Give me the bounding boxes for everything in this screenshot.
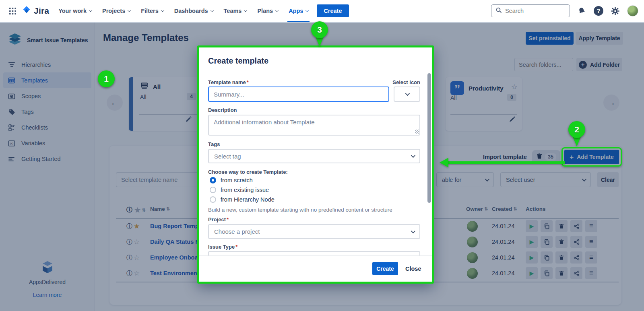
app-switcher-icon[interactable] xyxy=(6,4,19,18)
star-icon[interactable]: ☆ xyxy=(134,238,140,246)
edit-folder-pencil-icon[interactable] xyxy=(185,116,192,124)
copy-template-button[interactable] xyxy=(541,251,553,264)
trash-count-badge: 35 xyxy=(545,153,556,161)
nav-dashboards[interactable]: Dashboards xyxy=(169,0,219,22)
nav-filters[interactable]: Filters xyxy=(136,0,169,22)
share-template-button[interactable] xyxy=(570,251,582,264)
learn-more-link[interactable]: Learn more xyxy=(33,292,62,298)
nav-projects[interactable]: Projects xyxy=(97,0,136,22)
jira-logo[interactable]: Jira xyxy=(19,5,53,16)
info-icon[interactable]: ⓘ xyxy=(126,254,132,262)
radio-from-existing-issue[interactable]: from existing issue xyxy=(210,187,269,193)
template-name-link[interactable]: Employee Onboard xyxy=(150,254,204,261)
template-name-link[interactable]: Test Environment F xyxy=(150,270,204,276)
menu-icon: ≡ xyxy=(589,269,593,277)
run-template-button[interactable]: ▶ xyxy=(526,251,538,264)
sidebar-item-templates[interactable]: Templates xyxy=(3,72,91,88)
star-icon[interactable]: ★ xyxy=(134,222,140,231)
info-icon[interactable]: ⓘ xyxy=(126,270,132,277)
notifications-bell-icon[interactable] xyxy=(578,7,586,15)
sidebar: Smart Issue Templates Hierarchies Templa… xyxy=(0,23,95,311)
search-folders-field[interactable] xyxy=(514,58,573,71)
help-icon[interactable]: ? xyxy=(594,6,603,16)
run-template-button[interactable]: ▶ xyxy=(526,267,538,279)
copy-template-button[interactable] xyxy=(541,267,553,279)
apply-template-button[interactable]: Apply Template xyxy=(576,32,623,45)
favorite-star-icon[interactable]: ☆ xyxy=(511,82,518,91)
run-template-button[interactable]: ▶ xyxy=(526,236,538,248)
info-icon[interactable]: ⓘ xyxy=(126,238,132,246)
nav-apps[interactable]: Apps xyxy=(283,0,314,22)
search-folders-input[interactable] xyxy=(519,62,569,68)
nav-teams[interactable]: Teams xyxy=(219,0,252,22)
template-name-input[interactable] xyxy=(208,87,389,102)
footer-brand: AppsDelivered xyxy=(29,279,66,285)
carousel-left-arrow[interactable]: ← xyxy=(107,95,123,111)
share-template-button[interactable] xyxy=(570,267,582,279)
radio-from-hierarchy-node[interactable]: from Hierarchy Node xyxy=(210,196,275,203)
sidebar-item-variables[interactable]: (x) Variables xyxy=(3,135,91,151)
tags-dropdown[interactable]: Select tag xyxy=(208,149,420,163)
issue-type-label: Issue Type* xyxy=(208,244,237,250)
play-icon: ▶ xyxy=(530,270,534,276)
play-icon: ▶ xyxy=(530,239,534,245)
available-for-filter[interactable]: able for xyxy=(436,172,494,187)
more-menu-button[interactable]: ≡ xyxy=(585,236,597,248)
settings-gear-icon[interactable] xyxy=(611,7,619,15)
column-owner[interactable]: Owner⇅ xyxy=(466,206,487,212)
delete-template-button[interactable] xyxy=(555,220,568,232)
global-search[interactable] xyxy=(491,4,570,17)
radio-from-scratch[interactable]: from scratch xyxy=(210,177,253,183)
column-starred[interactable]: ★⇅ xyxy=(134,206,145,214)
column-name[interactable]: Name⇅ xyxy=(150,206,169,212)
more-menu-button[interactable]: ≡ xyxy=(585,267,597,279)
copy-template-button[interactable] xyxy=(541,236,553,248)
chevron-down-icon xyxy=(405,91,410,96)
copy-template-button[interactable] xyxy=(541,220,553,232)
created-date: 24.01.24 xyxy=(492,270,514,276)
modal-close-button[interactable]: Close xyxy=(405,262,421,275)
search-input[interactable] xyxy=(505,8,561,14)
clear-filters-button[interactable]: Clear xyxy=(597,172,619,187)
add-folder-button[interactable]: + Add Folder xyxy=(576,58,622,71)
delete-template-button[interactable] xyxy=(555,267,568,279)
carousel-right-arrow[interactable]: → xyxy=(603,95,619,111)
select-user-filter[interactable]: Select user xyxy=(500,172,591,187)
info-icon[interactable]: ⓘ xyxy=(126,222,132,230)
sidebar-item-hierarchies[interactable]: Hierarchies xyxy=(3,57,91,72)
delete-template-button[interactable] xyxy=(555,236,568,248)
chevron-down-icon xyxy=(89,8,92,12)
star-icon[interactable]: ☆ xyxy=(134,269,140,278)
set-preinstalled-button[interactable]: Set preinstalled xyxy=(526,32,574,45)
template-name-link[interactable]: Daily QA Status Re xyxy=(150,239,203,245)
import-template-link[interactable]: Import template xyxy=(483,154,527,160)
modal-create-button[interactable]: Create xyxy=(372,262,398,275)
annotation-pin-tail xyxy=(573,137,581,146)
more-menu-button[interactable]: ≡ xyxy=(585,251,597,264)
create-button[interactable]: Create xyxy=(317,4,349,17)
annotation-step-3-marker: 3 xyxy=(311,21,328,38)
delete-template-button[interactable] xyxy=(555,251,568,264)
sidebar-item-tags[interactable]: Tags xyxy=(3,104,91,119)
nav-your-work[interactable]: Your work xyxy=(53,0,97,22)
sidebar-item-scopes[interactable]: Scopes xyxy=(3,88,91,104)
share-template-button[interactable] xyxy=(570,220,582,232)
getting-started-icon xyxy=(8,155,16,163)
run-template-button[interactable]: ▶ xyxy=(526,220,538,232)
nav-plans[interactable]: Plans xyxy=(252,0,283,22)
sidebar-item-getting-started[interactable]: Getting Started xyxy=(3,151,91,167)
column-created[interactable]: Created⇅ xyxy=(492,206,517,212)
folder-card-productivity[interactable]: ” Productivity ☆ All 0 xyxy=(446,77,522,131)
star-icon[interactable]: ☆ xyxy=(134,253,140,262)
sidebar-item-checklists[interactable]: Checklists xyxy=(3,119,91,135)
share-template-button[interactable] xyxy=(570,236,582,248)
more-menu-button[interactable]: ≡ xyxy=(585,220,597,232)
edit-folder-pencil-icon[interactable] xyxy=(509,116,516,124)
select-icon-dropdown[interactable] xyxy=(394,87,420,102)
template-name-link[interactable]: Bug Report Templa xyxy=(150,223,204,229)
modal-scrollbar[interactable] xyxy=(427,73,431,203)
project-dropdown[interactable]: Choose a project xyxy=(208,224,420,239)
play-icon: ▶ xyxy=(530,223,534,229)
description-textarea[interactable] xyxy=(208,115,420,136)
user-avatar[interactable] xyxy=(627,5,638,16)
